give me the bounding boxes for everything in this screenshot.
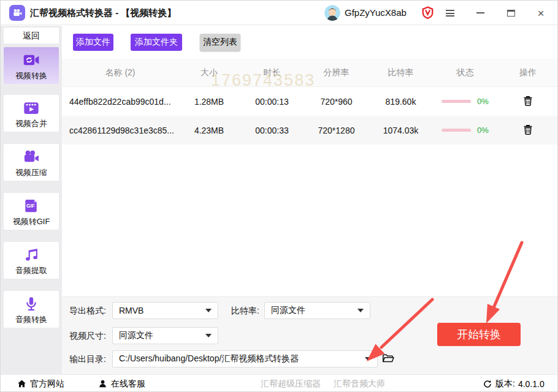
person-icon	[97, 379, 108, 389]
chevron-down-icon	[365, 357, 371, 361]
version-label: 版本:	[495, 379, 515, 390]
sidebar: 返回 视频转换	[1, 26, 62, 374]
file-name: 44effb822d22cab99c01d...	[62, 97, 178, 107]
file-status: 0%	[433, 126, 497, 135]
file-bitrate: 819.60k	[369, 97, 433, 107]
delete-file-button[interactable]	[521, 93, 535, 110]
file-name: cc42861129d98c31e3c85...	[62, 126, 178, 135]
maximize-button[interactable]	[503, 6, 519, 20]
video-to-gif-icon: GIF	[4, 197, 59, 216]
start-convert-button[interactable]: 开始转换	[437, 323, 521, 346]
col-header-resolution: 分辨率	[304, 67, 369, 78]
related-app-compressor-link[interactable]: 汇帮超级压缩器	[261, 375, 321, 392]
vip-badge-icon[interactable]	[421, 6, 434, 20]
file-status: 0%	[433, 97, 497, 106]
official-site-link[interactable]: 官方网站	[17, 375, 64, 392]
title-bar: 汇帮视频格式转换器 - 【视频转换】 GfpZyYucX8ab ×	[1, 1, 558, 25]
col-header-name: 名称 (2)	[62, 67, 178, 78]
output-dir-select[interactable]: C:/Users/huibang/Desktop/汇帮视频格式转换器	[112, 350, 378, 368]
video-convert-icon	[4, 51, 59, 70]
progress-percent: 0%	[477, 97, 489, 106]
add-folder-button[interactable]: 添加文件夹	[131, 34, 182, 51]
video-size-value: 同源文件	[119, 330, 205, 341]
video-size-label: 视频尺寸:	[69, 327, 106, 344]
audio-convert-icon	[4, 295, 59, 314]
output-dir-label: 输出目录:	[69, 350, 106, 368]
official-site-label: 官方网站	[30, 379, 64, 390]
maximize-icon	[507, 10, 515, 17]
home-icon	[17, 379, 27, 389]
user-avatar[interactable]	[324, 5, 340, 21]
sidebar-item-video-compress[interactable]: 视频压缩	[4, 144, 59, 181]
sidebar-item-audio-convert[interactable]: 音频转换	[4, 291, 59, 328]
sidebar-item-label: 视频转GIF	[4, 216, 59, 227]
sidebar-item-video-merge[interactable]: 视频合并	[4, 95, 59, 132]
app-logo-icon	[9, 5, 25, 21]
window-title: 汇帮视频格式转换器 - 【视频转换】	[30, 1, 176, 25]
hamburger-icon	[446, 10, 454, 17]
export-format-value: RMVB	[119, 306, 205, 315]
sidebar-item-label: 视频压缩	[4, 167, 59, 178]
back-button[interactable]: 返回	[4, 28, 59, 43]
app-window: 汇帮视频格式转换器 - 【视频转换】 GfpZyYucX8ab ×	[0, 0, 558, 392]
bitrate-select[interactable]: 同源文件	[264, 302, 370, 319]
sidebar-item-label: 音频转换	[4, 314, 59, 325]
col-header-action: 操作	[497, 67, 558, 78]
minimize-button[interactable]	[472, 6, 488, 20]
file-duration: 00:00:33	[240, 126, 304, 135]
file-action	[497, 122, 558, 139]
file-action	[497, 93, 558, 110]
file-size: 4.23MB	[178, 126, 240, 135]
settings-panel: 导出格式: RMVB 比特率: 同源文件 视频尺寸: 同源文件 输出目录: C:…	[62, 296, 558, 374]
bitrate-value: 同源文件	[271, 305, 357, 316]
footer-bar: 官方网站 在线客服 汇帮超级压缩器 汇帮音频大师 版本: 4.0.1.0	[1, 374, 558, 392]
progress-bar	[441, 100, 471, 103]
video-size-select[interactable]: 同源文件	[112, 327, 218, 344]
file-duration: 00:00:13	[240, 97, 304, 107]
username-label[interactable]: GfpZyYucX8ab	[345, 1, 407, 25]
add-file-button[interactable]: 添加文件	[73, 34, 113, 51]
file-bitrate: 1074.03k	[369, 126, 433, 135]
chevron-down-icon	[205, 334, 212, 337]
export-format-select[interactable]: RMVB	[112, 302, 218, 319]
close-button[interactable]: ×	[533, 6, 549, 20]
audio-extract-icon	[4, 246, 59, 265]
refresh-icon	[483, 379, 492, 389]
file-size: 1.28MB	[178, 97, 240, 107]
main-panel: 添加文件 添加文件夹 清空列表 名称 (2) 大小 时长 分辨率 比特率 状态 …	[62, 26, 558, 374]
sidebar-item-video-convert[interactable]: 视频转换	[4, 47, 59, 84]
table-header: 名称 (2) 大小 时长 分辨率 比特率 状态 操作	[62, 59, 558, 87]
video-compress-icon	[4, 148, 59, 167]
clear-list-button[interactable]: 清空列表	[200, 34, 240, 51]
delete-file-button[interactable]	[521, 122, 535, 139]
online-service-link[interactable]: 在线客服	[97, 375, 145, 392]
chevron-down-icon	[357, 309, 364, 312]
col-header-status: 状态	[433, 67, 497, 78]
svg-text:GIF: GIF	[26, 203, 35, 209]
version-info[interactable]: 版本: 4.0.1.0	[483, 375, 545, 392]
table-row[interactable]: cc42861129d98c31e3c85... 4.23MB 00:00:33…	[62, 116, 558, 145]
table-row[interactable]: 44effb822d22cab99c01d... 1.28MB 00:00:13…	[62, 87, 558, 116]
sidebar-item-label: 音频提取	[4, 265, 59, 276]
close-icon: ×	[537, 7, 544, 19]
col-header-size: 大小	[178, 67, 240, 78]
browse-output-folder-button[interactable]	[380, 352, 396, 366]
sidebar-item-label: 视频转换	[4, 70, 59, 81]
related-app-audio-master-link[interactable]: 汇帮音频大师	[334, 375, 385, 392]
output-dir-value: C:/Users/huibang/Desktop/汇帮视频格式转换器	[119, 353, 365, 364]
minimize-icon	[476, 12, 484, 13]
trash-icon	[522, 94, 534, 107]
file-resolution: 720*1280	[304, 126, 369, 135]
sidebar-item-audio-extract[interactable]: 音频提取	[4, 242, 59, 279]
video-merge-icon	[4, 99, 59, 118]
online-service-label: 在线客服	[111, 379, 145, 390]
sidebar-item-video-to-gif[interactable]: GIF 视频转GIF	[4, 193, 59, 230]
sidebar-item-label: 视频合并	[4, 118, 59, 129]
progress-percent: 0%	[477, 126, 489, 135]
col-header-duration: 时长	[240, 67, 304, 78]
chevron-down-icon	[205, 309, 212, 312]
menu-button[interactable]	[442, 6, 458, 20]
file-resolution: 720*960	[304, 97, 369, 107]
export-format-label: 导出格式:	[69, 302, 106, 319]
version-value: 4.0.1.0	[518, 379, 545, 389]
